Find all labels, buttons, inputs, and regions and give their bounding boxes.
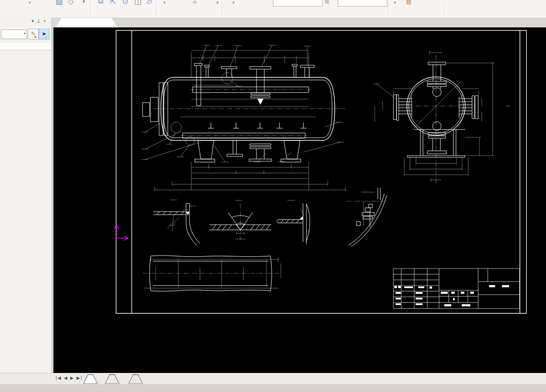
move-icon[interactable]: ⇱ — [110, 0, 116, 6]
tab-layout1[interactable] — [105, 375, 119, 383]
edit-icon[interactable]: ▱ — [146, 0, 152, 6]
tab-model[interactable] — [83, 375, 97, 383]
ribbon: ▾ ▨ ◇ ◑ ⧉ ⇱ ⊙ ◫ ▱ ▾ ⊹ ▾ ▾ ⊞ ▾ ▤ — [0, 0, 546, 18]
document-tab[interactable] — [56, 18, 117, 27]
gradient-icon[interactable]: ◑ — [81, 0, 85, 6]
cad-drawing[interactable] — [53, 27, 546, 373]
pin-icon[interactable]: ⊥ — [37, 18, 43, 23]
title-block-grid — [393, 269, 519, 309]
close-icon[interactable]: × — [43, 18, 49, 23]
color-combobox[interactable] — [338, 0, 387, 7]
document-tab-bar — [51, 17, 546, 27]
status-bar: |◀ ◀ ▶ ▶| — [0, 373, 546, 385]
endview-hardware — [393, 62, 478, 157]
tab-layout2[interactable] — [129, 375, 143, 383]
coordinate-icon: ⊹ — [193, 0, 197, 5]
layer-combobox[interactable] — [273, 0, 323, 7]
vessel-hardware — [143, 63, 314, 162]
quick-select-button[interactable]: ➤ϟ — [39, 29, 50, 40]
selection-combobox[interactable]: ▾ — [1, 30, 27, 39]
match-properties-icon: ▤ — [406, 0, 411, 5]
illegible-text-blobs — [394, 285, 509, 306]
properties-header — [0, 43, 51, 50]
ucs-icon — [114, 224, 128, 240]
sheet-nav-buttons[interactable]: |◀ ◀ ▶ ▶| — [56, 375, 83, 380]
properties-panel: ▾⊥× ▾ ✎✕ ➤ϟ — [0, 17, 52, 373]
weld-details — [153, 203, 310, 245]
properties-table — [0, 43, 51, 50]
bottom-strip — [0, 384, 546, 392]
offset-icon[interactable]: ⧉ — [98, 0, 103, 6]
hatch-icon[interactable]: ▨ — [56, 0, 63, 6]
chevron-down-icon: ▾ — [23, 31, 26, 36]
chevron-down-icon[interactable]: ▾ — [216, 0, 219, 5]
chevron-down-icon[interactable]: ▾ — [29, 0, 31, 5]
detail-enlarged — [349, 188, 387, 246]
mirror-icon[interactable]: ◫ — [134, 0, 141, 6]
sheet-border — [116, 30, 526, 313]
chevron-down-icon[interactable]: ▾ — [31, 18, 37, 23]
chevron-down-icon[interactable]: ▾ — [233, 0, 235, 5]
region-icon[interactable]: ◇ — [68, 0, 73, 6]
chevron-down-icon[interactable]: ▾ — [394, 0, 396, 5]
red-x-icon: ✕ — [34, 33, 37, 42]
rotate-icon[interactable]: ⊙ — [122, 0, 128, 6]
chevron-down-icon[interactable]: ▾ — [163, 0, 166, 5]
lightning-icon: ϟ — [45, 33, 47, 42]
vessel-shell-inner — [163, 80, 332, 138]
clear-selection-button[interactable]: ✎✕ — [28, 29, 39, 40]
layers-icon[interactable]: ⊞ — [325, 0, 329, 5]
